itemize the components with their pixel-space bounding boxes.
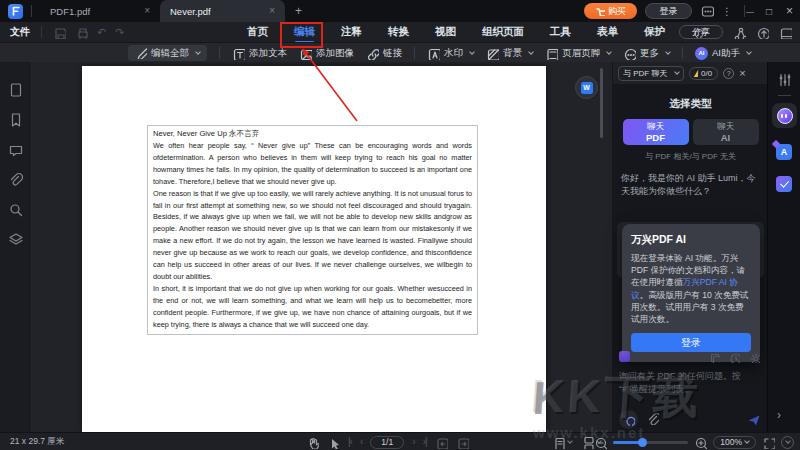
add-text-button[interactable]: 添加文本 xyxy=(232,47,287,60)
ai-login-popup: 万兴PDF AI 现在登录体验 AI 功能。万兴PDF 保护你的文档和内容，请在… xyxy=(622,224,760,362)
menu-comment[interactable]: 注释 xyxy=(341,25,362,39)
previous-view-icon[interactable] xyxy=(435,436,448,449)
history-icon[interactable] xyxy=(728,351,740,363)
previous-page-icon[interactable]: ‹ xyxy=(360,437,362,447)
login-button[interactable]: 登录 xyxy=(645,3,692,19)
prompt-library-icon[interactable] xyxy=(619,351,630,362)
statusbar: 21 x 29.7 厘米 |‹ ‹ 1/1 › ›| 100% xyxy=(0,432,800,450)
idea-icon[interactable] xyxy=(619,410,638,429)
document-paragraph: We often hear people say, “ Never give u… xyxy=(153,140,472,188)
more-tools-button[interactable]: 更多 xyxy=(623,47,670,60)
select-tool-icon[interactable] xyxy=(327,436,340,449)
hand-tool-icon[interactable] xyxy=(306,436,319,449)
collapse-panel-icon[interactable]: › xyxy=(777,408,781,422)
menu-protect[interactable]: 保护 xyxy=(644,25,665,39)
header-footer-button[interactable]: 页眉页脚 xyxy=(545,47,611,60)
app-logo[interactable] xyxy=(8,4,23,19)
search-icon[interactable] xyxy=(8,202,23,217)
page-indicator[interactable]: 1/1 xyxy=(370,436,404,449)
menu-convert[interactable]: 转换 xyxy=(388,25,409,39)
menu-view[interactable]: 视图 xyxy=(435,25,456,39)
first-page-icon[interactable]: |‹ xyxy=(348,437,352,447)
divider xyxy=(778,95,791,96)
tab-pdf1[interactable]: PDF1.pdf × xyxy=(40,0,160,22)
background-button[interactable]: 背景 xyxy=(486,47,533,60)
close-panel-icon[interactable]: × xyxy=(739,67,745,79)
collapse-toolbar-icon[interactable] xyxy=(779,26,792,39)
menu-organize-pages[interactable]: 组织页面 xyxy=(482,25,524,39)
attach-file-icon[interactable] xyxy=(646,412,659,425)
image-icon xyxy=(299,47,312,60)
last-page-icon[interactable]: ›| xyxy=(423,437,427,447)
divider xyxy=(744,5,745,17)
translate-icon[interactable]: A xyxy=(776,144,792,160)
tab-never[interactable]: Never.pdf × xyxy=(160,0,285,22)
close-window-icon[interactable]: × xyxy=(786,0,793,22)
chat-pdf-button[interactable]: 聊天 PDF xyxy=(623,119,689,145)
redo-icon[interactable]: ↷ xyxy=(115,27,124,38)
menu-tools[interactable]: 工具 xyxy=(550,25,571,39)
upload-icon[interactable] xyxy=(756,26,769,39)
header-footer-icon xyxy=(545,47,558,60)
menu-forms[interactable]: 表单 xyxy=(597,25,618,39)
tasks-check-icon[interactable] xyxy=(776,176,792,192)
zoom-level-select[interactable]: 100% xyxy=(713,436,756,449)
collaborate-icon[interactable] xyxy=(733,26,746,39)
vertical-scrollbar[interactable] xyxy=(600,68,603,138)
buy-button[interactable]: 购买 xyxy=(584,3,637,19)
chat-ai-button[interactable]: 聊天 AI xyxy=(693,119,759,145)
more-menu-icon[interactable]: ⋮ xyxy=(722,0,732,22)
cart-icon xyxy=(595,6,605,16)
zoom-slider[interactable] xyxy=(613,441,688,444)
next-view-icon[interactable] xyxy=(456,436,469,449)
tab-close-icon[interactable]: × xyxy=(267,6,277,16)
link-button[interactable]: 链接 xyxy=(366,47,402,60)
ai-robot-icon[interactable] xyxy=(772,103,797,128)
zoom-out-icon[interactable] xyxy=(594,436,607,449)
text-edit-box[interactable]: Never, Never Give Up 永不言弃 We often hear … xyxy=(147,125,478,335)
settings-icon[interactable] xyxy=(748,351,760,363)
chat-input-placeholder[interactable]: 询问有关 PDF 的任何问题。按 “#”唤醒提示列表。 xyxy=(619,370,762,395)
menu-edit[interactable]: 编辑 xyxy=(294,25,315,39)
divider xyxy=(219,47,220,59)
pdf-editor-window: PDF1.pdf × Never.pdf × + 购买 登录 ⋮ — □ × 文… xyxy=(0,0,800,450)
watermark-button[interactable]: 水印 xyxy=(427,47,474,60)
ai-assistant-button[interactable]: AI AI助手 xyxy=(695,47,751,60)
menu-file[interactable]: 文件 xyxy=(10,25,30,39)
menu-home[interactable]: 首页 xyxy=(247,25,268,39)
minimize-icon[interactable]: — xyxy=(746,0,754,22)
feedback-icon[interactable] xyxy=(700,4,714,18)
send-icon[interactable] xyxy=(746,412,760,426)
properties-icon[interactable] xyxy=(777,72,791,86)
edit-all-button[interactable]: 编辑全部 xyxy=(128,45,207,61)
chat-mode-select[interactable]: 与 PDF 聊天 xyxy=(618,66,684,81)
next-page-icon[interactable]: › xyxy=(412,437,414,447)
comments-icon[interactable] xyxy=(8,142,23,157)
share-button[interactable]: 分享 xyxy=(679,25,723,39)
new-tab-icon[interactable]: + xyxy=(295,4,302,18)
single-page-view-icon[interactable] xyxy=(552,436,572,449)
fullscreen-icon[interactable] xyxy=(762,436,775,449)
hide-statusbar-icon[interactable] xyxy=(781,436,794,449)
pdf-page[interactable]: Never, Never Give Up 永不言弃 We often hear … xyxy=(82,66,546,432)
document-canvas[interactable]: Never, Never Give Up 永不言弃 We often hear … xyxy=(30,62,612,432)
tab-close-icon[interactable]: × xyxy=(142,6,152,16)
chevron-down-icon xyxy=(746,49,752,55)
zoom-in-icon[interactable] xyxy=(694,436,707,449)
maximize-icon[interactable]: □ xyxy=(766,0,772,22)
help-icon[interactable]: ? xyxy=(723,68,734,79)
thumbnails-icon[interactable] xyxy=(8,82,23,97)
undo-icon[interactable]: ↶ xyxy=(97,27,106,38)
bookmarks-icon[interactable] xyxy=(8,112,23,127)
add-image-button[interactable]: 添加图像 xyxy=(299,47,354,60)
save-icon[interactable] xyxy=(53,26,66,39)
copy-icon[interactable] xyxy=(708,351,720,363)
chevron-down-icon xyxy=(469,49,475,55)
print-icon[interactable] xyxy=(75,26,88,39)
convert-to-word-button[interactable]: W xyxy=(575,76,598,99)
titlebar: PDF1.pdf × Never.pdf × + 购买 登录 ⋮ — □ × xyxy=(0,0,800,22)
divider xyxy=(414,47,415,59)
zoom-slider-handle[interactable] xyxy=(638,438,647,447)
layers-icon[interactable] xyxy=(8,232,23,247)
attachments-icon[interactable] xyxy=(8,172,23,187)
